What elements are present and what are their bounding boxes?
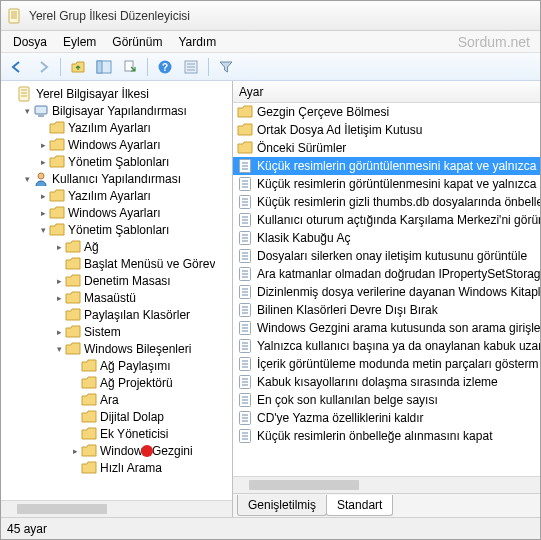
collapse-icon[interactable]: ▾ bbox=[21, 173, 33, 185]
list-item[interactable]: İçerik görüntüleme modunda metin parçala… bbox=[233, 355, 540, 373]
list-item[interactable]: Kabuk kısayollarını dolaşma sırasında iz… bbox=[233, 373, 540, 391]
tree-item[interactable]: ▸Ağ bbox=[53, 238, 232, 255]
list-item[interactable]: Gezgin Çerçeve Bölmesi bbox=[233, 103, 540, 121]
list-item[interactable]: Küçük resimlerin görüntülenmesini kapat … bbox=[233, 157, 540, 175]
forward-button[interactable] bbox=[31, 56, 55, 78]
show-hide-tree-button[interactable] bbox=[92, 56, 116, 78]
menu-help[interactable]: Yardım bbox=[170, 33, 224, 51]
tree-item[interactable]: ▸Masaüstü bbox=[53, 289, 232, 306]
menu-view[interactable]: Görünüm bbox=[104, 33, 170, 51]
list-column-header[interactable]: Ayar bbox=[233, 81, 540, 103]
list-item[interactable]: Ara katmanlar olmadan doğrudan IProperty… bbox=[233, 265, 540, 283]
list-item[interactable]: Yalnızca kullanıcı başına ya da onaylana… bbox=[233, 337, 540, 355]
collapse-icon[interactable]: ▾ bbox=[37, 224, 49, 236]
tree-item[interactable]: ▸Ara bbox=[69, 391, 232, 408]
tree-item[interactable]: ▸Windows Ayarları bbox=[37, 136, 232, 153]
expand-icon[interactable]: ▸ bbox=[69, 445, 81, 457]
policy-icon bbox=[237, 302, 253, 318]
tree-item[interactable]: ▸Ağ Projektörü bbox=[69, 374, 232, 391]
policy-icon bbox=[237, 158, 253, 174]
list-item[interactable]: Ortak Dosya Ad İletişim Kutusu bbox=[233, 121, 540, 139]
list-item-label: Ara katmanlar olmadan doğrudan IProperty… bbox=[257, 267, 540, 281]
collapse-icon[interactable]: ▾ bbox=[21, 105, 33, 117]
up-folder-button[interactable] bbox=[66, 56, 90, 78]
folder-icon bbox=[65, 239, 81, 255]
tree-item[interactable]: ▸Ağ Paylaşımı bbox=[69, 357, 232, 374]
expand-icon[interactable]: ▸ bbox=[53, 241, 65, 253]
folder-icon bbox=[49, 222, 65, 238]
expand-icon[interactable]: ▸ bbox=[53, 326, 65, 338]
tab-standard[interactable]: Standart bbox=[326, 495, 393, 516]
list-item[interactable]: En çok son kullanılan belge sayısı bbox=[233, 391, 540, 409]
list-item[interactable]: Windows Gezgini arama kutusunda son aram… bbox=[233, 319, 540, 337]
collapse-icon[interactable]: ▾ bbox=[53, 343, 65, 355]
expand-icon[interactable]: ▸ bbox=[37, 190, 49, 202]
tree-item[interactable]: ▸Windows Ayarları bbox=[37, 204, 232, 221]
folder-icon bbox=[81, 358, 97, 374]
tree-item[interactable]: ▸Yazılım Ayarları bbox=[37, 187, 232, 204]
window-title: Yerel Grup İlkesi Düzenleyicisi bbox=[29, 9, 190, 23]
tree-item[interactable]: ▸Paylaşılan Klasörler bbox=[53, 306, 232, 323]
list-item[interactable]: Önceki Sürümler bbox=[233, 139, 540, 157]
expand-icon[interactable]: ▸ bbox=[37, 207, 49, 219]
folder-icon bbox=[65, 307, 81, 323]
tree-item[interactable]: ▸Başlat Menüsü ve Görev bbox=[53, 255, 232, 272]
folder-icon bbox=[237, 104, 253, 120]
list-hscrollbar[interactable] bbox=[233, 476, 540, 493]
list-item[interactable]: Kullanıcı oturum açtığında Karşılama Mer… bbox=[233, 211, 540, 229]
tree-item[interactable]: ▸Sistem bbox=[53, 323, 232, 340]
help-button[interactable]: ? bbox=[153, 56, 177, 78]
svg-rect-19 bbox=[38, 115, 44, 117]
tree-computer-config[interactable]: ▾ Bilgisayar Yapılandırması bbox=[21, 102, 232, 119]
svg-point-20 bbox=[38, 173, 44, 179]
list-item[interactable]: Bilinen Klasörleri Devre Dışı Bırak bbox=[233, 301, 540, 319]
folder-icon bbox=[65, 256, 81, 272]
expand-icon[interactable]: ▸ bbox=[37, 139, 49, 151]
tree-root[interactable]: Yerel Bilgisayar İlkesi bbox=[5, 85, 232, 102]
svg-rect-7 bbox=[125, 61, 133, 71]
expand-icon[interactable]: ▸ bbox=[37, 156, 49, 168]
filter-button[interactable] bbox=[214, 56, 238, 78]
menubar: Dosya Eylem Görünüm Yardım Sordum.net bbox=[1, 31, 540, 53]
folder-icon bbox=[65, 341, 81, 357]
tree-item[interactable]: ▸Dijital Dolap bbox=[69, 408, 232, 425]
expand-icon[interactable]: ▸ bbox=[53, 275, 65, 287]
svg-rect-18 bbox=[35, 106, 47, 114]
list-item-label: Yalnızca kullanıcı başına ya da onaylana… bbox=[257, 339, 540, 353]
tree-admin-templates[interactable]: ▾Yönetim Şablonları bbox=[37, 221, 232, 238]
tree-item[interactable]: ▸Denetim Masası bbox=[53, 272, 232, 289]
menu-action[interactable]: Eylem bbox=[55, 33, 104, 51]
tree-hscrollbar[interactable] bbox=[1, 500, 232, 517]
list-item[interactable]: Dosyaları silerken onay iletişim kutusun… bbox=[233, 247, 540, 265]
list-item-label: İçerik görüntüleme modunda metin parçala… bbox=[257, 357, 538, 371]
menu-file[interactable]: Dosya bbox=[5, 33, 55, 51]
export-button[interactable] bbox=[118, 56, 142, 78]
list-item-label: Önceki Sürümler bbox=[257, 141, 346, 155]
tree-windows-components[interactable]: ▾Windows Bileşenleri bbox=[53, 340, 232, 357]
tab-extended[interactable]: Genişletilmiş bbox=[237, 495, 327, 516]
svg-rect-6 bbox=[97, 61, 102, 73]
policy-icon bbox=[237, 392, 253, 408]
tree-item[interactable]: ▸Yazılım Ayarları bbox=[37, 119, 232, 136]
list-item-label: Ortak Dosya Ad İletişim Kutusu bbox=[257, 123, 422, 137]
list-item[interactable]: CD'ye Yazma özelliklerini kaldır bbox=[233, 409, 540, 427]
settings-list[interactable]: Gezgin Çerçeve BölmesiOrtak Dosya Ad İle… bbox=[233, 103, 540, 476]
list-item[interactable]: Dizinlenmiş dosya verilerine dayanan Win… bbox=[233, 283, 540, 301]
expand-icon[interactable]: ▸ bbox=[53, 292, 65, 304]
list-item[interactable]: Küçük resimlerin önbelleğe alınmasını ka… bbox=[233, 427, 540, 445]
tree-item[interactable]: ▸Yönetim Şablonları bbox=[37, 153, 232, 170]
tree-user-config[interactable]: ▾ Kullanıcı Yapılandırması bbox=[21, 170, 232, 187]
policy-tree[interactable]: Yerel Bilgisayar İlkesi ▾ Bilgisayar Yap… bbox=[1, 81, 232, 500]
list-item[interactable]: Küçük resimlerin gizli thumbs.db dosyala… bbox=[233, 193, 540, 211]
tree-item[interactable]: ▸Hızlı Arama bbox=[69, 459, 232, 476]
policy-icon bbox=[237, 428, 253, 444]
list-item[interactable]: Küçük resimlerin görüntülenmesini kapat … bbox=[233, 175, 540, 193]
main-area: Yerel Bilgisayar İlkesi ▾ Bilgisayar Yap… bbox=[1, 81, 540, 517]
list-item[interactable]: Klasik Kabuğu Aç bbox=[233, 229, 540, 247]
folder-icon bbox=[49, 188, 65, 204]
properties-button[interactable] bbox=[179, 56, 203, 78]
tree-item[interactable]: ▸Ek Yöneticisi bbox=[69, 425, 232, 442]
user-icon bbox=[33, 171, 49, 187]
list-item-label: En çok son kullanılan belge sayısı bbox=[257, 393, 438, 407]
back-button[interactable] bbox=[5, 56, 29, 78]
